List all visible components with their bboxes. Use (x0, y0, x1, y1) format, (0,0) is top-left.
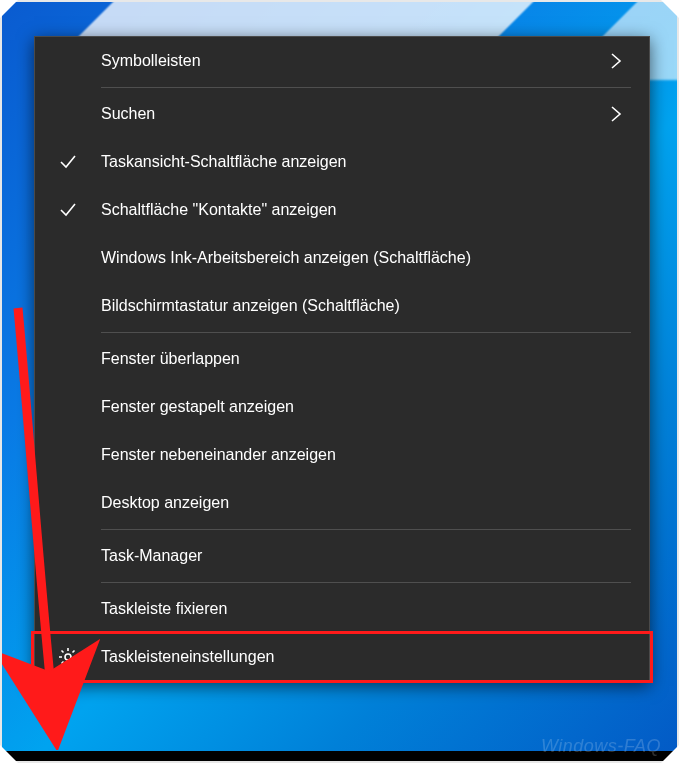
menu-item-left-slot (35, 153, 101, 171)
menu-item-label: Bildschirmtastatur anzeigen (Schaltfläch… (101, 297, 601, 315)
desktop-background: SymbolleistenSuchenTaskansicht-Schaltflä… (0, 0, 679, 763)
menu-item-label: Fenster nebeneinander anzeigen (101, 446, 601, 464)
menu-item-label: Desktop anzeigen (101, 494, 601, 512)
menu-separator (101, 582, 631, 583)
menu-item-taskansicht-schaltfl-che-anzeigen[interactable]: Taskansicht-Schaltfläche anzeigen (35, 138, 649, 186)
menu-item-label: Taskleiste fixieren (101, 600, 601, 618)
menu-item-desktop-anzeigen[interactable]: Desktop anzeigen (35, 479, 649, 527)
menu-item-label: Schaltfläche "Kontakte" anzeigen (101, 201, 601, 219)
menu-item-label: Windows Ink-Arbeitsbereich anzeigen (Sch… (101, 249, 601, 267)
check-icon (59, 153, 77, 171)
frame-corner (0, 0, 18, 18)
menu-item-taskleisteneinstellungen[interactable]: Taskleisteneinstellungen (35, 633, 649, 681)
menu-item-fenster-berlappen[interactable]: Fenster überlappen (35, 335, 649, 383)
menu-item-suchen[interactable]: Suchen (35, 90, 649, 138)
menu-item-left-slot (35, 647, 101, 667)
taskbar-context-menu: SymbolleistenSuchenTaskansicht-Schaltflä… (34, 36, 650, 682)
menu-item-task-manager[interactable]: Task-Manager (35, 532, 649, 580)
menu-item-label: Symbolleisten (101, 52, 601, 70)
menu-item-right-slot (601, 105, 631, 123)
menu-item-schaltfl-che-kontakte-anzeigen[interactable]: Schaltfläche "Kontakte" anzeigen (35, 186, 649, 234)
menu-item-bildschirmtastatur-anzeigen-schaltfl-che[interactable]: Bildschirmtastatur anzeigen (Schaltfläch… (35, 282, 649, 330)
menu-item-windows-ink-arbeitsbereich-anzeigen-schaltfl-che[interactable]: Windows Ink-Arbeitsbereich anzeigen (Sch… (35, 234, 649, 282)
menu-item-right-slot (601, 52, 631, 70)
menu-separator (101, 332, 631, 333)
menu-item-label: Taskleisteneinstellungen (101, 648, 601, 666)
menu-item-taskleiste-fixieren[interactable]: Taskleiste fixieren (35, 585, 649, 633)
menu-item-fenster-gestapelt-anzeigen[interactable]: Fenster gestapelt anzeigen (35, 383, 649, 431)
menu-item-label: Fenster überlappen (101, 350, 601, 368)
menu-item-label: Fenster gestapelt anzeigen (101, 398, 601, 416)
menu-item-symbolleisten[interactable]: Symbolleisten (35, 37, 649, 85)
gear-icon (58, 647, 78, 667)
menu-item-label: Suchen (101, 105, 601, 123)
chevron-right-icon (609, 52, 623, 70)
watermark-text: Windows-FAQ (541, 736, 661, 757)
check-icon (59, 201, 77, 219)
menu-item-left-slot (35, 201, 101, 219)
menu-item-label: Taskansicht-Schaltfläche anzeigen (101, 153, 601, 171)
menu-separator (101, 529, 631, 530)
menu-item-fenster-nebeneinander-anzeigen[interactable]: Fenster nebeneinander anzeigen (35, 431, 649, 479)
svg-point-0 (65, 654, 71, 660)
menu-separator (101, 87, 631, 88)
chevron-right-icon (609, 105, 623, 123)
menu-item-label: Task-Manager (101, 547, 601, 565)
